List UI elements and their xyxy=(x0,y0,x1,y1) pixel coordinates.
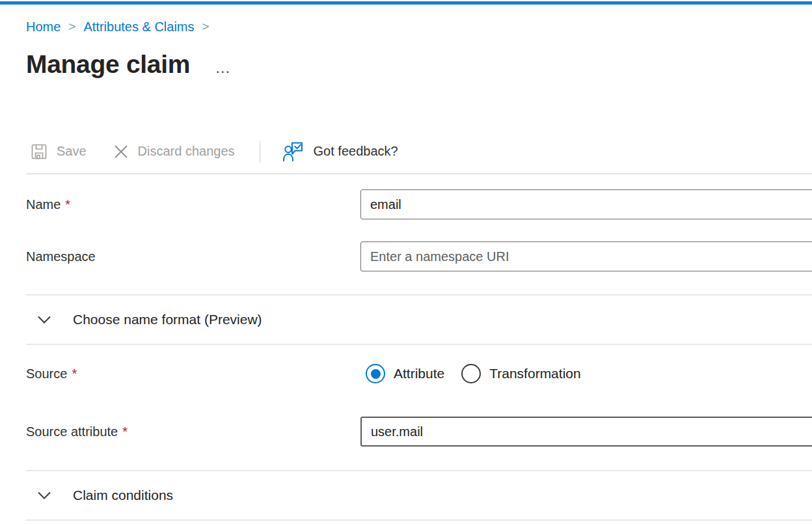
more-options-icon[interactable]: … xyxy=(215,64,232,71)
section-rule xyxy=(26,519,812,521)
source-attribute-combobox[interactable] xyxy=(360,417,812,447)
breadcrumb-separator-icon: > xyxy=(68,18,75,35)
namespace-input[interactable] xyxy=(360,241,812,271)
discard-x-icon xyxy=(113,143,129,160)
page-header: Manage claim … xyxy=(26,48,812,81)
radio-selected-icon xyxy=(366,364,385,383)
feedback-button-label: Got feedback? xyxy=(314,144,398,159)
top-accent-bar xyxy=(0,1,812,5)
name-field-label: Name xyxy=(26,197,61,212)
claim-conditions-section-toggle[interactable]: Claim conditions xyxy=(26,471,812,519)
breadcrumb-attributes-claims-link[interactable]: Attributes & Claims xyxy=(83,18,194,35)
radio-unselected-icon xyxy=(461,364,481,383)
command-bar: Save Discard changes Got feedback? xyxy=(26,137,812,166)
source-attribute-radio[interactable]: Attribute xyxy=(366,364,444,383)
source-radio-group: Attribute Transformation xyxy=(360,359,812,388)
discard-changes-button[interactable]: Discard changes xyxy=(113,143,235,160)
required-asterisk: * xyxy=(65,197,70,212)
source-field-label: Source xyxy=(26,366,67,381)
source-attribute-field-label: Source attribute xyxy=(26,424,118,439)
name-input[interactable] xyxy=(360,189,812,219)
source-transformation-radio[interactable]: Transformation xyxy=(461,364,580,383)
discard-button-label: Discard changes xyxy=(138,144,235,159)
required-asterisk: * xyxy=(72,366,77,381)
breadcrumb-home-link[interactable]: Home xyxy=(26,18,61,35)
source-field-row: Source * Attribute Transformation xyxy=(26,359,812,388)
feedback-person-chat-icon xyxy=(282,141,305,162)
breadcrumb-separator-icon: > xyxy=(202,18,210,35)
manage-claim-pane: Home > Attributes & Claims > Manage clai… xyxy=(0,18,812,521)
namespace-field-label: Namespace xyxy=(26,249,96,264)
name-field-row: Name * xyxy=(26,189,812,219)
source-transformation-radio-label: Transformation xyxy=(489,366,580,381)
source-attribute-field-row: Source attribute * xyxy=(26,417,812,447)
chevron-down-icon xyxy=(37,491,51,500)
section-rule xyxy=(26,344,812,345)
save-button[interactable]: Save xyxy=(30,143,87,161)
toolbar-bottom-rule xyxy=(26,173,812,174)
save-button-label: Save xyxy=(57,144,87,159)
source-attribute-radio-label: Attribute xyxy=(394,366,444,381)
save-icon xyxy=(30,143,48,161)
page-title: Manage claim xyxy=(26,50,190,79)
toolbar-divider xyxy=(260,141,260,163)
claim-conditions-section-label: Claim conditions xyxy=(73,488,173,503)
choose-name-format-section-label: Choose name format (Preview) xyxy=(73,312,262,327)
namespace-field-row: Namespace xyxy=(26,241,812,271)
required-asterisk: * xyxy=(122,424,128,439)
got-feedback-button[interactable]: Got feedback? xyxy=(282,141,398,162)
chevron-down-icon xyxy=(37,315,51,324)
choose-name-format-section-toggle[interactable]: Choose name format (Preview) xyxy=(26,296,812,344)
breadcrumb: Home > Attributes & Claims > xyxy=(26,18,812,35)
